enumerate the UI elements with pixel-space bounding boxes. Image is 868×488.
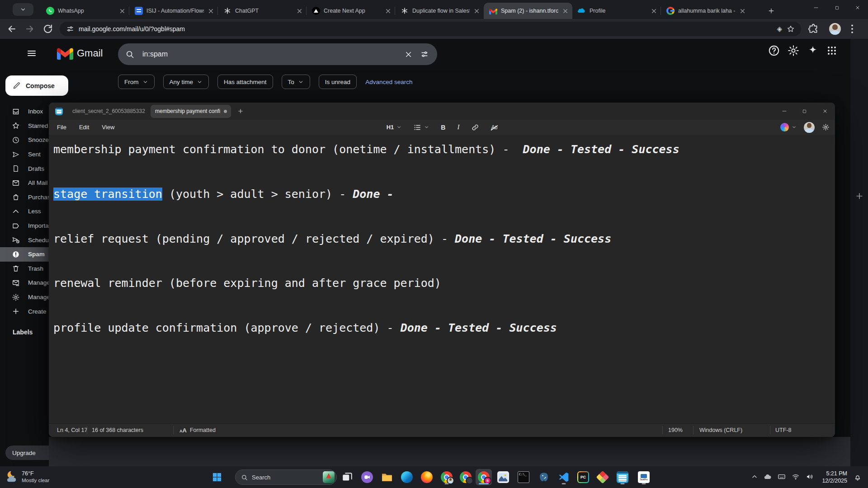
notepad-new-tab-button[interactable]: [235, 105, 246, 117]
browser-profile-avatar[interactable]: [829, 23, 841, 35]
taskbar-task-view[interactable]: [339, 469, 355, 485]
tab-search-button[interactable]: [13, 3, 33, 16]
sidebar-item-create[interactable]: Create: [0, 304, 49, 319]
clear-search-icon[interactable]: [404, 50, 413, 59]
list-style-button[interactable]: [413, 123, 429, 131]
notification-bell-icon[interactable]: [854, 473, 862, 481]
apps-grid-icon[interactable]: [826, 44, 838, 57]
clear-formatting-button[interactable]: Ab: [491, 124, 497, 131]
browser-tab[interactable]: Spam (2) - ishann.tforce@: [484, 3, 572, 19]
filter-chip[interactable]: To: [282, 75, 310, 89]
copilot-button[interactable]: [780, 123, 797, 131]
line-ending-indicator[interactable]: Windows (CRLF): [699, 424, 742, 436]
settings-gear-icon[interactable]: [787, 44, 800, 57]
forward-button[interactable]: [24, 23, 35, 34]
taskbar-git-tool[interactable]: [594, 469, 611, 485]
notepad-account-avatar[interactable]: [804, 122, 815, 133]
notepad-editor[interactable]: membership payment confirmation to donor…: [49, 135, 835, 423]
sidebar-item-purchases[interactable]: Purchases: [0, 190, 49, 205]
send-to-devices-icon[interactable]: ◈: [777, 25, 782, 33]
search-input[interactable]: in:spam: [142, 50, 397, 58]
reload-button[interactable]: [42, 23, 53, 34]
gemini-sparkle-icon[interactable]: [807, 44, 819, 57]
menu-file[interactable]: File: [51, 124, 73, 131]
tray-wifi-icon[interactable]: [792, 473, 800, 481]
taskbar-notepad-app[interactable]: [614, 469, 631, 485]
maximize-button[interactable]: [826, 0, 847, 15]
tab-close-icon[interactable]: [473, 8, 480, 14]
browser-tab[interactable]: WhatsApp: [41, 3, 129, 19]
tray-volume-icon[interactable]: [806, 473, 814, 481]
notepad-close-button[interactable]: [815, 103, 835, 120]
taskbar-search[interactable]: Search: [235, 469, 337, 485]
sidebar-item-scheduled[interactable]: Scheduled: [0, 233, 49, 247]
weather-widget[interactable]: 76°F Mostly clear: [5, 470, 49, 483]
gmail-logo-icon[interactable]: [57, 46, 73, 60]
tab-close-icon[interactable]: [651, 8, 657, 14]
sidebar-item-important[interactable]: Important: [0, 219, 49, 233]
filter-chip[interactable]: Has attachment: [217, 75, 273, 89]
tray-onedrive-icon[interactable]: [764, 473, 772, 481]
notepad-maximize-button[interactable]: [794, 103, 815, 120]
browser-tab[interactable]: Duplicate flow in Salesforc: [395, 3, 484, 19]
filter-chip[interactable]: From: [118, 75, 155, 89]
help-icon[interactable]: [768, 44, 780, 57]
taskbar-chrome-profile-3[interactable]: S: [476, 469, 492, 485]
side-add[interactable]: [855, 192, 864, 202]
taskbar-chrome-profile-2[interactable]: [458, 469, 474, 485]
tab-close-icon[interactable]: [739, 8, 746, 14]
sidebar-item-less[interactable]: Less: [0, 204, 49, 219]
close-button[interactable]: [847, 0, 868, 15]
italic-button[interactable]: I: [457, 123, 459, 131]
back-button[interactable]: [6, 23, 17, 34]
taskbar-chat-app[interactable]: [359, 469, 375, 485]
taskbar-pycharm[interactable]: PC: [575, 469, 591, 485]
taskbar-chrome-profile-1[interactable]: [439, 469, 455, 485]
filter-chip[interactable]: Is unread: [319, 75, 357, 89]
bold-button[interactable]: B: [441, 124, 445, 131]
sidebar-item-snoozed[interactable]: Snoozed: [0, 133, 49, 147]
taskbar-firefox-browser[interactable]: [419, 469, 435, 485]
sidebar-item-drafts[interactable]: Drafts: [0, 161, 49, 176]
sidebar-item-manage[interactable]: Manage: [0, 276, 49, 290]
browser-tab[interactable]: allahumma barik laha - Go: [661, 3, 750, 19]
compose-button[interactable]: Compose: [5, 75, 68, 96]
browser-tab[interactable]: ChatGPT: [218, 3, 307, 19]
main-menu-hamburger-icon[interactable]: [26, 48, 37, 59]
address-bar[interactable]: mail.google.com/mail/u/0/?ogbl#spam ◈: [60, 22, 801, 36]
tab-close-icon[interactable]: [208, 8, 214, 14]
filter-chip[interactable]: Any time: [163, 75, 209, 89]
encoding-indicator[interactable]: UTF-8: [775, 424, 791, 436]
tray-chevron-up-icon[interactable]: [751, 473, 758, 481]
tab-close-icon[interactable]: [119, 8, 126, 14]
notepad-tab[interactable]: membership payment confirmation: [151, 105, 231, 118]
taskbar-vscode[interactable]: [556, 469, 572, 485]
notepad-titlebar[interactable]: client_secret_2_60053885332-2reqe52rribc…: [49, 103, 835, 120]
browser-tab[interactable]: ISIJ - Automation/Flows S: [129, 3, 218, 19]
extensions-puzzle-icon[interactable]: [807, 23, 819, 35]
heading-style-button[interactable]: H1: [387, 124, 402, 131]
notepad-tab[interactable]: client_secret_2_60053885332-2reqe52rribc: [68, 105, 149, 118]
insert-link-icon[interactable]: [471, 123, 479, 131]
gmail-search-bar[interactable]: in:spam: [118, 43, 437, 65]
taskbar-edge-browser[interactable]: [399, 469, 415, 485]
sidebar-item-spam[interactable]: Spam: [0, 247, 49, 262]
minimize-button[interactable]: [806, 0, 826, 15]
taskbar-photos-app[interactable]: [495, 469, 511, 485]
browser-tab[interactable]: Create Next App: [307, 3, 395, 19]
browser-tab[interactable]: Profile: [572, 3, 661, 19]
notepad-minimize-button[interactable]: [774, 103, 794, 120]
start-button[interactable]: [209, 469, 225, 485]
taskbar-postgresql[interactable]: [536, 469, 552, 485]
taskbar-taskpro[interactable]: TaskPro: [636, 469, 652, 485]
bookmark-star-icon[interactable]: [787, 25, 795, 33]
search-filter-tune-icon[interactable]: [420, 50, 429, 59]
sidebar-item-all mail[interactable]: All Mail: [0, 176, 49, 190]
sidebar-item-trash[interactable]: Trash: [0, 262, 49, 276]
sidebar-item-manage[interactable]: Manage: [0, 290, 49, 305]
new-tab-button[interactable]: [765, 5, 778, 17]
sidebar-item-starred[interactable]: Starred: [0, 119, 49, 133]
sidebar-item-sent[interactable]: Sent: [0, 147, 49, 162]
menu-view[interactable]: View: [95, 124, 121, 131]
tab-close-icon[interactable]: [562, 8, 569, 14]
